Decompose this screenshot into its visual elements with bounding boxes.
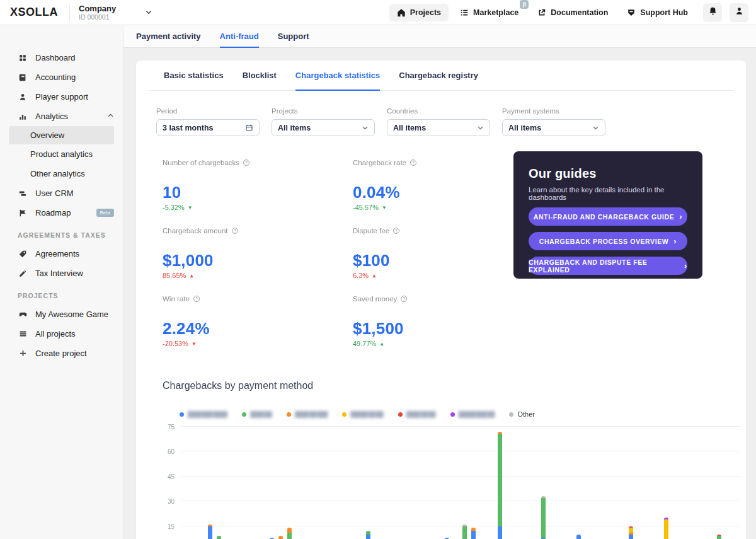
tab-support[interactable]: Support bbox=[278, 25, 309, 48]
legend-label: ████ ██ bbox=[250, 411, 272, 417]
period-input[interactable]: 3 last months bbox=[156, 119, 260, 136]
projects-select[interactable]: All items bbox=[272, 119, 375, 136]
company-selector[interactable]: Company ID 000001 bbox=[70, 4, 152, 21]
main-area: Payment activity Anti-fraud Support Basi… bbox=[123, 25, 756, 539]
bar-segment-green bbox=[541, 498, 546, 538]
guide-button-anti-fraud[interactable]: ANTI-FRAUD AND CHARGEBACK GUIDE › bbox=[529, 207, 687, 226]
legend-dot bbox=[242, 412, 246, 417]
notifications-button[interactable] bbox=[703, 3, 722, 22]
bar-slot bbox=[215, 427, 224, 539]
sidebar-item-create-project[interactable]: Create project bbox=[0, 344, 123, 363]
filters-row: Period 3 last months Projects All items … bbox=[136, 91, 746, 136]
stat-label: Win rate bbox=[163, 295, 353, 303]
question-circle-icon[interactable] bbox=[400, 295, 408, 303]
bar-segment-orange bbox=[287, 528, 292, 533]
filter-countries: Countries All items bbox=[387, 107, 490, 136]
sidebar-item-tax-interview[interactable]: Tax Interview bbox=[0, 264, 123, 283]
trend-down-icon: ▼ bbox=[188, 205, 193, 211]
bar-slot bbox=[355, 427, 364, 539]
countries-select[interactable]: All items bbox=[387, 119, 490, 136]
payment-systems-select[interactable]: All items bbox=[502, 119, 605, 136]
bar-slot bbox=[241, 427, 249, 539]
bar-slot bbox=[714, 427, 723, 539]
tab-payment-activity[interactable]: Payment activity bbox=[136, 25, 201, 48]
legend-item: █████ ███ ██ bbox=[450, 411, 495, 417]
sidebar-item-my-awesome-game[interactable]: My Awesome Game bbox=[0, 304, 123, 324]
bar-slot bbox=[267, 427, 276, 539]
bar-slot bbox=[461, 427, 469, 539]
bar-slot bbox=[346, 427, 355, 539]
stacked-bar bbox=[287, 528, 292, 539]
stat-value: 10 bbox=[163, 183, 353, 202]
xsolla-logo[interactable]: XSOLLA bbox=[0, 6, 69, 19]
account-button[interactable] bbox=[730, 3, 748, 22]
bar-slot bbox=[530, 427, 539, 539]
bar-slot bbox=[434, 427, 443, 539]
bar-slot bbox=[258, 427, 267, 539]
bar-slot bbox=[224, 427, 232, 539]
sidebar-item-analytics[interactable]: Analytics bbox=[0, 107, 123, 126]
question-circle-icon[interactable] bbox=[392, 227, 400, 235]
bar-slot bbox=[408, 427, 416, 539]
guide-button-dispute-fee[interactable]: CHARGEBACK AND DISPUTE FEE EXPLAINED › bbox=[529, 257, 687, 275]
bar-slot bbox=[539, 427, 548, 539]
sidebar-item-dashboard[interactable]: Dashboard bbox=[0, 48, 123, 67]
sidebar-item-roadmap[interactable]: Roadmap Beta bbox=[0, 203, 123, 223]
subtab-chargeback-statistics[interactable]: Chargeback statistics bbox=[295, 61, 380, 91]
dashboard-icon bbox=[18, 53, 28, 63]
legend-item: ████ ███ ████ bbox=[180, 411, 227, 417]
bar-slot bbox=[671, 427, 680, 539]
sidebar-item-user-crm[interactable]: User CRM bbox=[0, 183, 123, 203]
nav-projects-button[interactable]: Projects bbox=[389, 4, 449, 21]
bar-slot bbox=[680, 427, 689, 539]
stat-card: Chargeback amount$1,00085.65%▲ bbox=[163, 227, 353, 279]
y-tick-label: 45 bbox=[168, 473, 175, 480]
legend-item: ████ ██ bbox=[242, 411, 272, 417]
subtab-basic-statistics[interactable]: Basic statistics bbox=[164, 61, 224, 91]
subtab-blocklist[interactable]: Blocklist bbox=[243, 61, 277, 91]
stat-card: Win rate2.24%-20.53%▼ bbox=[163, 295, 353, 347]
question-circle-icon[interactable] bbox=[243, 159, 250, 166]
bar-slot bbox=[644, 427, 653, 539]
nav-documentation-button[interactable]: Documentation bbox=[530, 4, 616, 21]
stacked-bar bbox=[498, 432, 502, 539]
nav-support-hub-button[interactable]: Support Hub bbox=[619, 4, 696, 21]
stacked-bar bbox=[664, 518, 668, 539]
guide-button-process-overview[interactable]: CHARGEBACK PROCESS OVERVIEW › bbox=[529, 232, 687, 250]
sidebar-item-overview[interactable]: Overview bbox=[9, 126, 114, 144]
sidebar-item-other-analytics[interactable]: Other analytics bbox=[0, 164, 123, 183]
question-circle-icon[interactable] bbox=[193, 295, 200, 303]
subtab-chargeback-registry[interactable]: Chargeback registry bbox=[399, 61, 478, 91]
tab-anti-fraud[interactable]: Anti-fraud bbox=[220, 25, 259, 48]
stacked-bar bbox=[717, 535, 721, 539]
nav-marketplace-button[interactable]: Marketplace β bbox=[452, 4, 526, 21]
sub-tabs: Basic statistics Blocklist Chargeback st… bbox=[149, 61, 733, 91]
stacked-bar bbox=[471, 528, 476, 539]
stat-card: Number of chargebacks10-5.32%▼ bbox=[163, 159, 353, 211]
bar-slot bbox=[662, 427, 671, 539]
sidebar-item-accounting[interactable]: Accounting bbox=[0, 67, 123, 87]
sidebar-item-product-analytics[interactable]: Product analytics bbox=[0, 144, 123, 164]
bar-slot bbox=[329, 427, 338, 539]
stacked-bar bbox=[217, 536, 221, 539]
stat-delta: -5.32%▼ bbox=[163, 204, 353, 211]
filter-projects: Projects All items bbox=[272, 107, 375, 136]
legend-label: ████ ██ ███ bbox=[295, 411, 327, 417]
company-id: ID 000001 bbox=[79, 13, 116, 21]
question-circle-icon[interactable] bbox=[231, 227, 239, 235]
legend-dot bbox=[180, 412, 184, 417]
sidebar-item-all-projects[interactable]: All projects bbox=[0, 324, 123, 344]
chevron-down-icon bbox=[362, 124, 369, 131]
sidebar-item-player-support[interactable]: Player support bbox=[0, 87, 123, 107]
legend-dot bbox=[287, 412, 291, 417]
bar-slot bbox=[522, 427, 530, 539]
sidebar-section-projects: PROJECTS bbox=[0, 283, 123, 304]
bar-segment-green bbox=[217, 536, 221, 539]
y-tick-label: 30 bbox=[168, 498, 175, 505]
legend-dot bbox=[398, 412, 403, 417]
chevron-up-icon bbox=[107, 112, 114, 121]
sidebar-item-agreements[interactable]: Agreements bbox=[0, 244, 123, 264]
user-icon bbox=[735, 6, 744, 18]
question-circle-icon[interactable] bbox=[410, 159, 417, 166]
legend-item: ████ ██ ██ bbox=[398, 411, 435, 417]
